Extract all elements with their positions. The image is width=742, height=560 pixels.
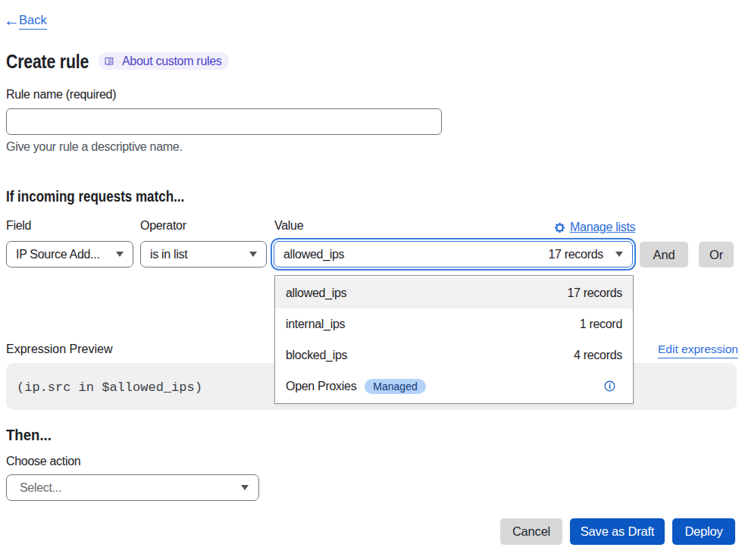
svg-text:i: i bbox=[609, 381, 611, 390]
